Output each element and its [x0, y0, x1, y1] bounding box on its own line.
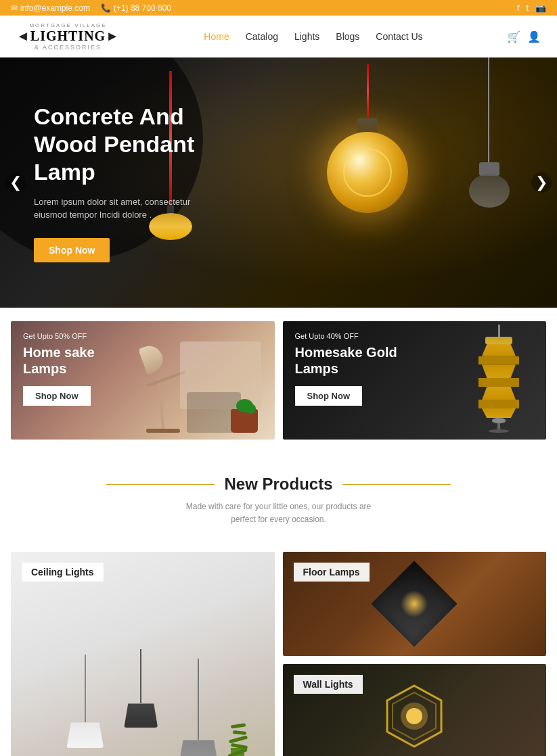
promo-1-off: Get Upto 50% OFF	[23, 332, 95, 340]
twitter-icon[interactable]: t	[526, 3, 529, 13]
promo-1-title: Home sakeLamps	[23, 344, 95, 377]
product-col-right: Floor Lamps Wall Lights	[283, 552, 547, 756]
top-bar: ✉ info@example.com 📞 (+1) 88 700 600 f t…	[0, 0, 557, 16]
product-col-left: Ceiling Lights	[11, 552, 275, 756]
facebook-icon[interactable]: f	[517, 3, 520, 13]
globe-filament	[343, 148, 392, 197]
product-grid: Ceiling Lights Floor Lamps	[11, 552, 546, 756]
hero-description: Lorem ipsum dolor sit amet, consectetur …	[34, 195, 223, 222]
phone-info: 📞 (+1) 88 700 600	[101, 3, 171, 13]
top-bar-contact: ✉ info@example.com 📞 (+1) 88 700 600	[11, 3, 171, 13]
hero-prev-arrow[interactable]: ❮	[5, 172, 26, 193]
ceiling-lights-label: Ceiling Lights	[22, 563, 104, 582]
promo-card-1: Get Upto 50% OFF Home sakeLamps Shop Now	[11, 321, 275, 440]
floor-lamps-card[interactable]: Floor Lamps	[283, 552, 547, 656]
svg-point-3	[401, 703, 428, 730]
promo-card-1-content: Get Upto 50% OFF Home sakeLamps Shop Now	[23, 332, 95, 406]
section-title: New Products	[224, 475, 332, 494]
hero-section: Concrete And Wood Pendant Lamp Lorem ips…	[0, 57, 557, 308]
nav-blogs[interactable]: Blogs	[336, 31, 359, 42]
promo-card-2-content: Get Upto 40% OFF Homesake GoldLamps Shop…	[295, 332, 397, 406]
section-subtitle: Made with care for your little ones, our…	[11, 500, 546, 526]
promo-2-title: Homesake GoldLamps	[295, 344, 397, 377]
nav-lights[interactable]: Lights	[294, 31, 319, 42]
email-icon: ✉	[11, 3, 18, 13]
wall-lights-label: Wall Lights	[294, 675, 363, 694]
promo-2-off: Get Upto 40% OFF	[295, 332, 397, 340]
social-links: f t 📷	[517, 3, 546, 13]
nav-catalog[interactable]: Catalog	[246, 31, 278, 42]
hero-next-arrow[interactable]: ❯	[531, 172, 552, 193]
hex-svg	[380, 682, 448, 750]
floor-lamps-label: Floor Lamps	[294, 563, 370, 582]
globe-bulb	[327, 132, 408, 213]
logo-top: MORTGAGE VILLAGE	[29, 22, 106, 28]
section-header: New Products	[11, 475, 546, 494]
nav-icons: 🛒 👤	[507, 30, 541, 43]
globe-socket	[357, 118, 378, 132]
hero-content: Concrete And Wood Pendant Lamp Lorem ips…	[0, 76, 257, 289]
email-text: info@example.com	[20, 3, 90, 13]
nav-links: Home Catalog Lights Blogs Contact Us	[204, 31, 422, 42]
promo-2-shop-button[interactable]: Shop Now	[295, 386, 363, 406]
section-line-left	[106, 484, 215, 485]
new-products-section: New Products Made with care for your lit…	[0, 453, 557, 552]
main-nav: MORTGAGE VILLAGE ◄LIGHTING► & ACCESSORIE…	[0, 16, 557, 57]
hero-title: Concrete And Wood Pendant Lamp	[34, 103, 223, 185]
nav-contact[interactable]: Contact Us	[376, 31, 422, 42]
instagram-icon[interactable]: 📷	[535, 3, 546, 13]
promo-card-2: Get Upto 40% OFF Homesake GoldLamps Shop…	[283, 321, 547, 440]
promo-section: Get Upto 50% OFF Home sakeLamps Shop Now	[11, 321, 546, 440]
ceiling-lights-card[interactable]: Ceiling Lights	[11, 552, 275, 756]
logo: MORTGAGE VILLAGE ◄LIGHTING► & ACCESSORIE…	[16, 22, 120, 51]
logo-sub: & ACCESSORIES	[35, 44, 102, 51]
email-info: ✉ info@example.com	[11, 3, 90, 13]
hero-globe-lamp	[327, 64, 408, 213]
globe-cord	[367, 64, 369, 118]
hero-shop-now-button[interactable]: Shop Now	[34, 238, 110, 262]
cart-icon[interactable]: 🛒	[507, 30, 520, 43]
phone-text: (+1) 88 700 600	[114, 3, 171, 13]
logo-main: ◄LIGHTING►	[16, 28, 120, 44]
user-icon[interactable]: 👤	[527, 30, 541, 43]
phone-icon: 📞	[101, 3, 111, 13]
promo-1-shop-button[interactable]: Shop Now	[23, 386, 91, 406]
nav-home[interactable]: Home	[204, 31, 229, 42]
wall-lights-card[interactable]: Wall Lights	[283, 664, 547, 756]
section-line-right	[342, 484, 451, 485]
